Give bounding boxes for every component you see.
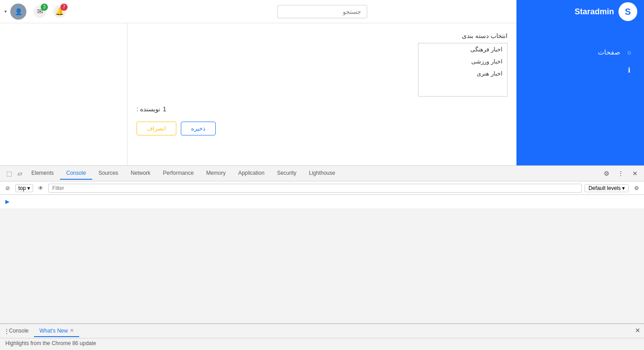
author-value: 1 (163, 105, 166, 113)
info-icon: ℹ (625, 66, 634, 75)
devtools-toolbar-right: ⚙ ⋮ ✕ (601, 168, 640, 179)
console-arrow[interactable]: ▶ (3, 198, 641, 206)
device-toolbar-icon[interactable]: ▱ (14, 168, 25, 179)
console-content: ▶ (0, 195, 644, 208)
devtools-panel: ⬚ ▱ Elements Console Sources Network Per… (0, 165, 644, 350)
category-option-0[interactable]: اخبار فرهنگی (418, 43, 507, 55)
right-sidebar: صفحات ○ ℹ (516, 23, 644, 189)
main-content: انتخاب دسته بندی اخبار فرهنگی اخبار ورزش… (128, 23, 516, 165)
save-button[interactable]: ذخیره (181, 122, 216, 135)
user-dropdown-arrow[interactable]: ▾ (4, 9, 7, 14)
form-buttons: ذخیره انصراف (136, 122, 508, 135)
devtools-tabs-toolbar: ⬚ ▱ Elements Console Sources Network Per… (0, 166, 644, 181)
sidebar-item-info[interactable]: ℹ (523, 61, 637, 79)
category-option-2[interactable]: اخبار هنری (418, 67, 507, 80)
tab-security[interactable]: Security (271, 167, 303, 180)
category-group: انتخاب دسته بندی اخبار فرهنگی اخبار ورزش… (136, 32, 508, 97)
tab-lighthouse[interactable]: Lighthouse (303, 167, 341, 180)
whats-new-close-icon[interactable]: ✕ (70, 328, 74, 333)
console-levels-select[interactable]: Default levels ▾ (584, 184, 629, 192)
sidebar-item-pages-label: صفحات (598, 48, 620, 56)
tab-performance[interactable]: Performance (157, 167, 200, 180)
bottom-drawer-content: Highlights from the Chrome 86 update (0, 338, 644, 348)
tab-console[interactable]: Console (60, 167, 92, 180)
tab-elements[interactable]: Elements (25, 167, 60, 180)
search-bar (277, 5, 367, 18)
avatar[interactable]: 👤 (10, 4, 26, 20)
cancel-button[interactable]: انصراف (136, 122, 176, 135)
inspect-element-icon[interactable]: ⬚ (4, 168, 14, 179)
sidebar-avatar: S (618, 2, 637, 21)
author-group: 1 نویسنده : (136, 105, 508, 113)
devtools-close-icon[interactable]: ✕ (630, 168, 640, 179)
navbar-left: ▾ 👤 ✉ 3 🔔 7 (4, 4, 66, 20)
bottom-drawer: ⋮ Console What's New ✕ ✕ Highlights from… (0, 323, 644, 350)
top-navbar: ▾ 👤 ✉ 3 🔔 7 ▾ English پشتیبانی : + 050 2… (0, 0, 644, 23)
tab-sources[interactable]: Sources (92, 167, 124, 180)
sidebar-header: Staradmin S (516, 0, 644, 23)
devtools-more-icon[interactable]: ⋮ (615, 168, 626, 179)
console-filter-input[interactable] (48, 184, 582, 193)
console-settings-icon[interactable]: ⚙ (631, 183, 641, 193)
bottom-tab-whats-new[interactable]: What's New ✕ (34, 325, 79, 337)
sidebar-item-pages[interactable]: صفحات ○ (523, 43, 637, 61)
messages-icon[interactable]: ✉ 3 (34, 5, 46, 18)
tab-memory[interactable]: Memory (200, 167, 232, 180)
devtools-settings-icon[interactable]: ⚙ (601, 168, 612, 179)
author-row: 1 نویسنده : (136, 105, 508, 113)
bottom-drawer-tabs: ⋮ Console What's New ✕ ✕ (0, 324, 644, 338)
tab-application[interactable]: Application (232, 167, 271, 180)
form-section: انتخاب دسته بندی اخبار فرهنگی اخبار ورزش… (136, 32, 508, 135)
sidebar-username: Staradmin (575, 7, 614, 17)
sidebar-nav: صفحات ○ ℹ (523, 43, 637, 79)
console-eye-icon[interactable]: 👁 (36, 183, 46, 193)
tab-network[interactable]: Network (124, 167, 157, 180)
drawer-menu-icon[interactable]: ⋮ (4, 328, 10, 335)
notifications-badge: 7 (60, 4, 68, 11)
left-panel (0, 23, 128, 165)
author-label: نویسنده : (136, 105, 160, 113)
search-input[interactable] (277, 5, 367, 18)
console-ban-icon[interactable]: ⊘ (3, 183, 13, 193)
category-select[interactable]: اخبار فرهنگی اخبار ورزشی اخبار هنری (418, 43, 508, 97)
category-option-1[interactable]: اخبار ورزشی (418, 55, 507, 67)
category-label: انتخاب دسته بندی (136, 32, 508, 39)
console-context-select[interactable]: top ▾ (15, 184, 33, 192)
console-toolbar: ⊘ top ▾ 👁 Default levels ▾ ⚙ (0, 181, 644, 195)
messages-badge: 3 (41, 4, 48, 11)
notifications-icon[interactable]: 🔔 7 (53, 5, 66, 18)
pages-icon: ○ (625, 48, 634, 57)
drawer-close-icon[interactable]: ✕ (635, 327, 640, 334)
